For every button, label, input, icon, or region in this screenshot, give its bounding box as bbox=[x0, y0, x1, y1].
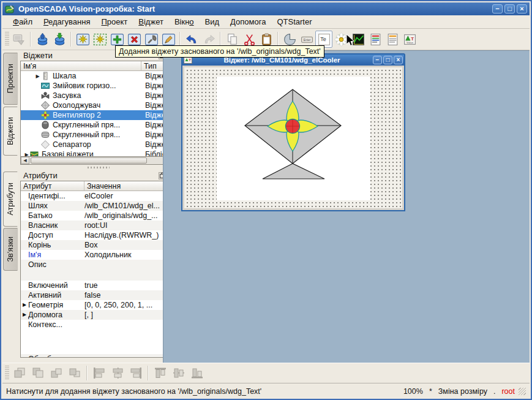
close-button[interactable]: × bbox=[517, 4, 527, 13]
attribute-value[interactable]: /wlb_CM101/wdg_el... bbox=[84, 201, 168, 211]
attribute-row[interactable]: Включенийtrue bbox=[21, 281, 168, 290]
maximize-button[interactable]: □ bbox=[504, 4, 515, 13]
tree-row[interactable]: Скругленный пря...Відже... bbox=[21, 120, 168, 130]
coil-icon bbox=[41, 81, 50, 90]
attribute-row[interactable]: Ім'яХолодильник bbox=[21, 250, 168, 260]
expander-icon[interactable]: ▶ bbox=[21, 310, 28, 320]
attribute-value[interactable]: root:UI bbox=[84, 221, 168, 230]
wdg-del-icon bbox=[127, 32, 141, 47]
attribute-row[interactable]: Власникroot:UI bbox=[21, 221, 168, 230]
tree-row[interactable]: ▶Базові віджетиБібліо... bbox=[21, 149, 168, 156]
dock-splitter[interactable] bbox=[18, 165, 179, 170]
attribute-value[interactable]: false bbox=[84, 290, 168, 300]
child-maximize-button[interactable]: □ bbox=[383, 56, 392, 64]
tree-row[interactable]: ЗасувкаВідже... bbox=[21, 91, 168, 100]
document-button[interactable] bbox=[384, 31, 401, 48]
attribute-row[interactable]: Контекс... bbox=[21, 320, 168, 354]
scrollbar-thumb[interactable] bbox=[31, 157, 147, 164]
tree-row[interactable]: ▶ШкалаВідже... bbox=[21, 71, 168, 81]
align-vcenter-button[interactable] bbox=[170, 364, 188, 382]
menu-item-window[interactable]: Вікно bbox=[169, 16, 200, 28]
level-down-button[interactable] bbox=[66, 364, 84, 382]
attribute-row[interactable]: ДоступНаслідув.(RWRWR_) bbox=[21, 230, 168, 240]
tree-row[interactable]: СепараторВідже... bbox=[21, 140, 168, 149]
attribute-value[interactable]: true bbox=[84, 281, 168, 290]
level-down-icon bbox=[67, 366, 82, 380]
attribute-row[interactable]: Опис bbox=[21, 260, 168, 281]
attribute-name: Обробк... bbox=[28, 354, 84, 357]
align-top-button[interactable] bbox=[151, 364, 170, 382]
exec-button[interactable] bbox=[10, 31, 28, 48]
lib-new-button[interactable] bbox=[74, 31, 91, 48]
attribute-value[interactable]: Box bbox=[84, 240, 168, 250]
widget-editor-window[interactable]: T Віджет: /wlb_CM101/wdg_elCooler − □ × bbox=[181, 53, 405, 211]
expander-icon[interactable]: ▶ bbox=[21, 300, 28, 310]
cont-new-button[interactable] bbox=[91, 31, 108, 48]
toolbar-handle[interactable] bbox=[5, 366, 9, 380]
tree-row[interactable]: Вентилятор 2Відже... bbox=[21, 110, 168, 120]
menu-item-view[interactable]: Вид bbox=[200, 16, 225, 28]
mode-indicator: Зміна розміру bbox=[438, 387, 487, 396]
menu-item-qtstarter[interactable]: QTStarter bbox=[271, 16, 317, 28]
side-tab-projects[interactable]: Проекти bbox=[3, 53, 18, 105]
toolbar-handle[interactable] bbox=[5, 32, 9, 47]
child-minimize-button[interactable]: − bbox=[373, 56, 382, 64]
raise-button[interactable] bbox=[10, 364, 29, 382]
attribute-row[interactable]: ▶Геометрія[0, 0, 250, 200, 1, ... bbox=[21, 300, 168, 310]
lower-button[interactable] bbox=[29, 364, 47, 382]
tree-row[interactable]: Скругленный пря...Відже... bbox=[21, 130, 168, 140]
current-user[interactable]: root bbox=[501, 387, 515, 396]
attribute-row[interactable]: Шлях/wlb_CM101/wdg_el... bbox=[21, 201, 168, 211]
attribute-row[interactable]: Батько/wlb_originals/wdg_... bbox=[21, 211, 168, 221]
align-right-button[interactable] bbox=[127, 364, 145, 382]
main-window: OpenSCADA Vision-розробка: Start − □ × Ф… bbox=[0, 0, 532, 400]
attribute-row[interactable]: КоріньBox bbox=[21, 240, 168, 250]
resize-grip[interactable] bbox=[519, 388, 526, 395]
attribute-value[interactable]: /wlb_originals/wdg_... bbox=[84, 211, 168, 221]
column-header-attribute[interactable]: Атрибут bbox=[21, 181, 84, 191]
attribute-value[interactable]: Холодильник bbox=[84, 250, 168, 260]
align-hcenter-button[interactable] bbox=[108, 364, 127, 382]
attribute-row[interactable]: ▶Допомога[, ] bbox=[21, 310, 168, 320]
attribute-row[interactable]: Обробк... bbox=[21, 354, 168, 357]
menu-item-widget[interactable]: Віджет bbox=[133, 16, 169, 28]
side-tab-links[interactable]: Зв'язки bbox=[3, 228, 18, 271]
mdi-area: T Віджет: /wlb_CM101/wdg_elCooler − □ × bbox=[163, 50, 530, 363]
protocol-button[interactable] bbox=[367, 31, 384, 48]
attribute-name: Шлях bbox=[28, 201, 84, 211]
attribute-value[interactable]: Наслідув.(RWRWR_) bbox=[84, 230, 168, 240]
widget-canvas[interactable] bbox=[217, 77, 370, 200]
toolbar-separator bbox=[86, 366, 88, 380]
minimize-button[interactable]: − bbox=[492, 4, 503, 13]
db-load-button[interactable] bbox=[34, 31, 51, 48]
menu-item-help[interactable]: Допомога bbox=[225, 16, 271, 28]
align-bottom-button[interactable] bbox=[188, 364, 206, 382]
attribute-value[interactable]: [, ] bbox=[84, 310, 168, 320]
column-header-name[interactable]: Ім'я bbox=[21, 61, 141, 71]
menu-item-project[interactable]: Проект bbox=[96, 16, 133, 28]
align-left-button[interactable] bbox=[90, 364, 108, 382]
child-close-button[interactable]: × bbox=[394, 56, 403, 64]
tree-row[interactable]: ОхолоджувачВідже... bbox=[21, 100, 168, 110]
expander-icon[interactable]: ▶ bbox=[23, 152, 30, 157]
expander-icon[interactable]: ▶ bbox=[34, 74, 41, 79]
zoom-level: 100% bbox=[403, 387, 423, 396]
attribute-row[interactable]: Ідентифі...elCooler bbox=[21, 191, 168, 201]
atvalue-button[interactable]: TValue bbox=[401, 31, 418, 48]
attribute-value[interactable]: [0, 0, 250, 200, 1, ... bbox=[84, 300, 168, 310]
tree-row[interactable]: Змійовик горизо...Відже... bbox=[21, 81, 168, 91]
column-header-value[interactable]: Значення bbox=[84, 181, 168, 191]
attribute-name: Опис bbox=[28, 260, 84, 270]
scroll-left-button[interactable]: ◀ bbox=[21, 157, 29, 164]
db-save-button[interactable] bbox=[51, 31, 68, 48]
tree-horizontal-scrollbar[interactable]: ◀ ▶ bbox=[20, 157, 177, 165]
level-up-button[interactable] bbox=[47, 364, 66, 382]
attribute-row[interactable]: Активнийfalse bbox=[21, 290, 168, 300]
atvalue-icon: TValue bbox=[403, 32, 417, 47]
side-tab-widgets[interactable]: Віджети bbox=[3, 107, 18, 156]
side-tab-attributes[interactable]: Атрибути bbox=[3, 172, 18, 227]
attribute-value[interactable]: elCooler bbox=[84, 191, 168, 201]
menu-item-file[interactable]: Файл bbox=[7, 16, 38, 28]
edit-area[interactable] bbox=[182, 66, 404, 210]
menu-item-edit[interactable]: Редагування bbox=[38, 16, 96, 28]
